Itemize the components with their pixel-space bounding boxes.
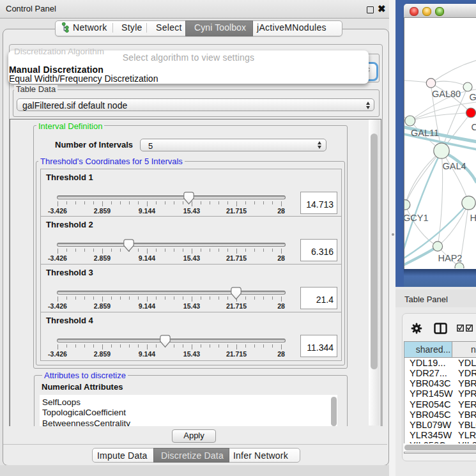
svg-text:H: H — [470, 213, 476, 223]
svg-text:HAP2: HAP2 — [438, 253, 463, 263]
svg-text:G.: G. — [470, 92, 476, 102]
svg-text:GAL80: GAL80 — [432, 89, 461, 99]
svg-text:GAL11: GAL11 — [411, 128, 439, 138]
svg-text:GCY1: GCY1 — [404, 213, 429, 223]
svg-text:C: C — [472, 122, 476, 132]
svg-text:GAL4: GAL4 — [443, 161, 466, 171]
